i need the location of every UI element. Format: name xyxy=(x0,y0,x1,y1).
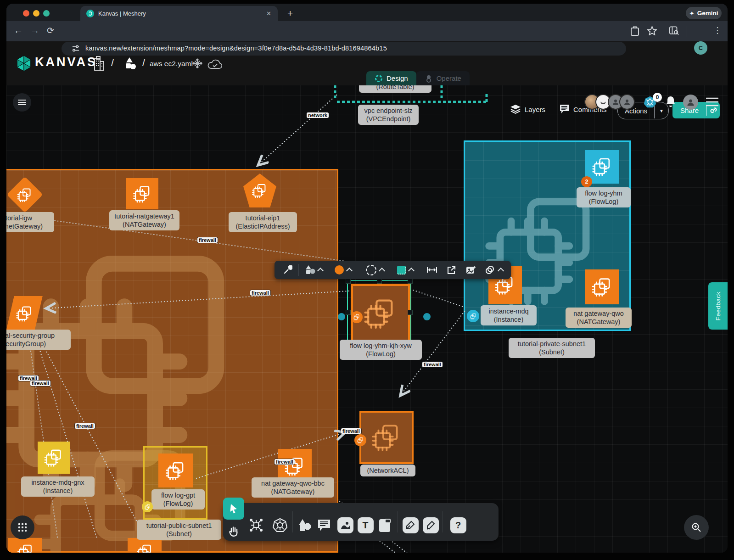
pen-tool[interactable] xyxy=(401,516,420,534)
app-menu-button[interactable] xyxy=(706,97,718,106)
apps-grid-button[interactable] xyxy=(11,515,34,539)
border-style-tool[interactable] xyxy=(364,261,386,279)
bookmark-star-icon[interactable] xyxy=(647,26,657,35)
edge-label-firewall[interactable]: firewall xyxy=(275,459,295,465)
browser-menu-button[interactable]: ⋮ xyxy=(713,25,722,35)
node-natgateway1[interactable] xyxy=(126,178,158,209)
configure-tool[interactable] xyxy=(281,261,295,279)
person-icon xyxy=(623,98,631,106)
edge-label-firewall[interactable]: firewall xyxy=(75,423,95,429)
mesh-sync-icon[interactable] xyxy=(192,58,203,69)
media-icon xyxy=(341,521,350,530)
pencil-tool[interactable] xyxy=(421,516,440,534)
tab-search-icon[interactable] xyxy=(669,26,679,35)
node-networkacl[interactable] xyxy=(359,411,414,464)
node-label-natgateway1[interactable]: tutorial-natgateway1 (NATGateway) xyxy=(109,210,179,230)
site-settings-icon[interactable] xyxy=(72,45,80,52)
node-partial-bottom-1[interactable] xyxy=(8,538,42,553)
edge-label-firewall[interactable]: firewall xyxy=(250,290,270,296)
node-label-instance-gnx[interactable]: instance-mdq-gnx (Instance) xyxy=(21,476,95,497)
cloud-save-icon[interactable] xyxy=(207,59,222,69)
sticky-note-tool[interactable] xyxy=(375,516,394,534)
canvas-menu-button[interactable] xyxy=(13,93,31,112)
new-tab-button[interactable]: + xyxy=(287,8,293,19)
select-tool[interactable] xyxy=(223,498,244,520)
back-button[interactable]: ← xyxy=(14,25,23,36)
node-label-instance-mdq[interactable]: instance-mdq (Instance) xyxy=(481,305,537,325)
private-subnet-connector-badge[interactable] xyxy=(467,310,479,322)
close-window-button[interactable] xyxy=(23,10,29,17)
node-label-igw[interactable]: tutorial-igw (InternetGateway) xyxy=(6,212,54,232)
node-label-eip[interactable]: tutorial-eip1 (ElasticIPAddress) xyxy=(229,212,297,232)
node-natgateway-qwo[interactable] xyxy=(585,269,619,304)
node-label-public-subnet[interactable]: tutorial-public-subnet1 (Subnet) xyxy=(137,520,221,540)
tab-title: Kanvas | Meshery xyxy=(98,10,146,17)
designs-icon[interactable] xyxy=(122,57,137,70)
node-label-networkacl[interactable]: (NetworkACL) xyxy=(360,465,415,476)
minimize-window-button[interactable] xyxy=(33,10,39,17)
layers-button[interactable]: Layers xyxy=(510,102,545,117)
node-flowlog-gpt[interactable] xyxy=(158,454,193,487)
node-label-vpc-endpoint[interactable]: vpc endpoint-slz (VPCEndpoint) xyxy=(358,105,419,125)
open-external-tool[interactable] xyxy=(443,261,459,279)
node-label-natgateway-qwo[interactable]: nat gateway-qwo (NATGateway) xyxy=(566,308,632,328)
zoom-window-button[interactable] xyxy=(43,10,50,17)
browser-tab[interactable]: Kanvas | Meshery ✕ xyxy=(80,6,278,21)
edge-label-firewall[interactable]: firewall xyxy=(30,381,50,386)
browser-profile-avatar[interactable]: C xyxy=(694,41,707,55)
tab-close-icon[interactable]: ✕ xyxy=(266,10,271,17)
flowlog-selected-badge[interactable] xyxy=(351,311,363,323)
profile-avatar[interactable] xyxy=(683,95,698,110)
reload-button[interactable]: ⟳ xyxy=(47,25,54,36)
feedback-tab[interactable]: Feedback xyxy=(708,282,728,330)
text-tool[interactable]: T xyxy=(356,516,375,534)
url-bar[interactable]: kanvas.new/extension/meshmap?mode=design… xyxy=(62,42,626,56)
node-label-security-group[interactable]: tutorial-security-group (SecurityGroup) xyxy=(6,330,71,350)
components-tool[interactable] xyxy=(247,516,265,534)
flowlog-yhm-count-badge[interactable]: 2 xyxy=(581,176,592,187)
swatch-style-tool[interactable] xyxy=(395,261,416,279)
group-select-tool[interactable] xyxy=(482,261,506,279)
sparkle-icon: ✦ xyxy=(689,10,694,17)
tab-operate[interactable]: Operate xyxy=(416,71,470,85)
pan-tool[interactable] xyxy=(226,523,241,539)
edge-label-firewall[interactable]: firewall xyxy=(197,237,218,243)
kubernetes-tool[interactable] xyxy=(271,516,289,534)
fill-color-tool[interactable] xyxy=(332,261,353,279)
collaborator-avatar-4[interactable] xyxy=(619,94,635,110)
node-label-flowlog-gpt[interactable]: flow log-gpt (FlowLog) xyxy=(151,489,205,510)
organization-icon[interactable] xyxy=(92,56,105,71)
design-canvas[interactable]: (RouteTable) vpc endpoint-slz (VPCEndpoi… xyxy=(6,4,728,553)
actions-caret-icon[interactable]: ▼ xyxy=(655,108,668,113)
edge-label-firewall[interactable]: firewall xyxy=(422,362,443,367)
node-instance-gnx[interactable] xyxy=(38,442,70,474)
forward-button[interactable]: → xyxy=(30,25,39,36)
gemini-button[interactable]: ✦ Gemini xyxy=(686,7,722,19)
media-tool[interactable] xyxy=(336,516,354,534)
kanvas-logo-text[interactable]: KANVAS xyxy=(35,55,97,69)
networkacl-badge[interactable] xyxy=(354,434,366,446)
dashed-circle-icon xyxy=(366,265,376,275)
node-label-private-subnet[interactable]: tutorial-private-subnet1 (Subnet) xyxy=(509,338,595,358)
help-tool[interactable]: ? xyxy=(449,516,467,534)
node-label-flowlog-selected[interactable]: flow log-yhm-kjh-xyw (FlowLog) xyxy=(340,340,422,360)
node-partial-bottom-2[interactable] xyxy=(128,538,162,553)
comment-tool[interactable] xyxy=(315,516,333,534)
hamburger-icon xyxy=(706,97,718,106)
notifications-button[interactable] xyxy=(666,95,676,107)
zoom-search-button[interactable] xyxy=(684,515,709,540)
node-label-flowlog-yhm[interactable]: flow log-yhm (FlowLog) xyxy=(577,187,631,207)
shapes-tool[interactable] xyxy=(303,261,324,279)
flowlog-gpt-badge[interactable] xyxy=(142,501,153,512)
resize-width-tool[interactable] xyxy=(424,261,440,279)
save-icon[interactable] xyxy=(631,26,639,36)
shapes-tool-dock[interactable] xyxy=(296,516,314,534)
design-file-name[interactable]: aws ec2.yaml xyxy=(150,60,193,68)
node-label-natgateway-bbc[interactable]: nat gateway-qwo-bbc (NATGateway) xyxy=(252,477,334,498)
edge-label-network[interactable]: network xyxy=(307,112,329,118)
browser-window: (RouteTable) vpc endpoint-slz (VPCEndpoi… xyxy=(6,4,728,553)
share-link-icon[interactable] xyxy=(707,106,720,114)
edge-label-firewall[interactable]: firewall xyxy=(341,428,361,434)
tab-design[interactable]: Design xyxy=(366,71,416,85)
add-image-tool[interactable] xyxy=(463,261,479,279)
